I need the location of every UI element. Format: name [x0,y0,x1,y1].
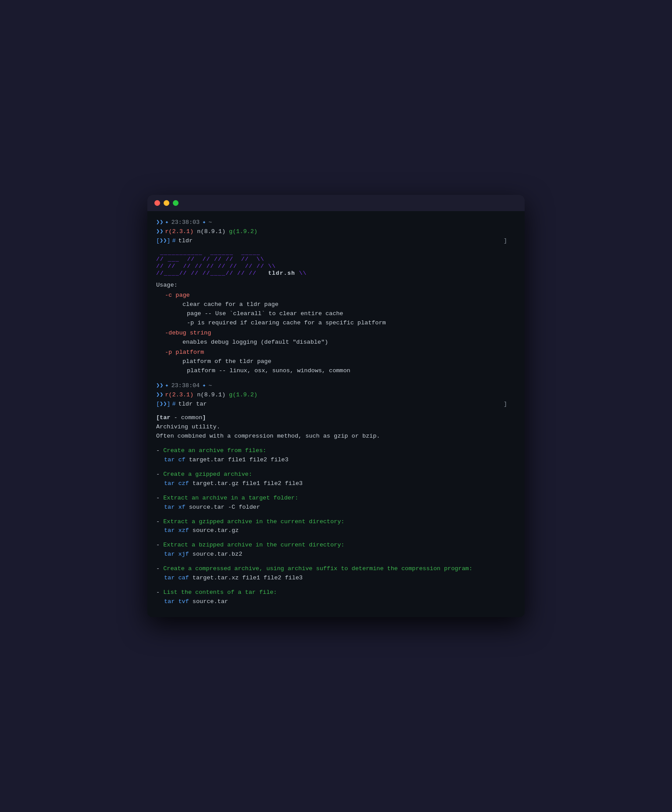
prompt-hash-2: # [172,400,175,409]
tar-item-6-code: tar caf target.tar.xz file1 file2 file3 [164,574,516,583]
tar-output: [tar - common] Archiving utility. Often … [156,413,516,607]
command-line-1: [❯❯] # tldr ] [156,237,516,246]
bullet-3: - [156,495,163,501]
label-1: Create an archive from files: [163,447,266,454]
prompt-line-1: ❯❯ ✦ 23:38:03 ✦ ~ [156,218,516,227]
logo-line-4: //____// // //____// // // tldr.sh \\ [156,270,516,277]
code-keyword-5: tar xjf [164,551,189,557]
bracket-right-2: ] [504,400,507,409]
tar-item-6-label: - Create a compressed archive, using arc… [156,564,516,574]
tar-item-3: - Extract an archive in a target folder:… [156,494,516,512]
tar-header-line: [tar - common] [156,413,516,423]
code-args-6: target.tar.xz file1 file2 file3 [189,575,303,581]
logo-line-3: // // // // // // // // // \\ [156,263,516,270]
tar-desc2: Often combined with a compression method… [156,432,516,441]
flag-c-desc-text: clear cache for a tldr page [182,301,279,308]
flag-c-desc: clear cache for a tldr page [182,300,516,309]
label-4: Extract a gzipped archive in the current… [163,518,344,525]
flag-p-name: -p platform [165,349,204,356]
prompt-block-2: ❯❯ ✦ 23:38:04 ✦ ~ ❯❯ r(2.3.1) n(8.9.1) g… [156,381,516,409]
tar-item-1: - Create an archive from files: tar cf t… [156,446,516,465]
bullet-4: - [156,518,163,525]
g-version-2: g(1.9.2) [229,391,257,400]
flag-p: -p platform [165,348,516,357]
prompt-icon-1b: ✦ [165,218,168,227]
prompt-icon-4: ❯❯ [156,391,163,400]
bullet-5: - [156,542,163,548]
prompt-branch-1: ✦ [202,218,206,227]
tar-item-1-code: tar cf target.tar file1 file2 file3 [164,456,516,465]
flag-debug: -debug string [165,329,516,338]
r-version-1: r(2.3.1) [165,227,193,237]
code-args-3: source.tar -C folder [186,504,260,510]
close-button[interactable] [154,200,160,206]
usage-section: Usage: -c page clear cache for a tldr pa… [156,281,516,375]
titlebar [147,195,525,211]
code-keyword-3: tar xf [164,504,186,510]
tar-bracket-open: [ [156,414,160,421]
cmd-tldr: tldr [179,237,193,246]
flag-p-desc: platform of the tldr page [182,357,516,366]
code-keyword-4: tar xzf [164,527,189,534]
bullet-7: - [156,589,163,596]
prompt-icon-2: ❯❯ [156,227,163,237]
prompt-bracket-2: [❯❯] [156,400,170,409]
flag-c-sub2-text: -p is required if clearing cache for a s… [187,320,386,326]
prompt-icon-3: ❯❯ [156,381,163,391]
g-version-1: g(1.9.2) [229,227,257,237]
prompt-dir-1: ~ [208,218,212,227]
prompt-icon-3b: ✦ [165,381,168,391]
tar-common-text: common [181,414,203,421]
code-args-7: source.tar [189,598,228,605]
minimize-button[interactable] [164,200,169,206]
tar-item-5-label: - Extract a bzipped archive in the curre… [156,541,516,550]
version-line-1: ❯❯ r(2.3.1) n(8.9.1) g(1.9.2) [156,227,516,237]
code-args-2: target.tar.gz file1 file2 file3 [189,480,303,487]
code-keyword-1: tar cf [164,456,186,463]
tar-item-6: - Create a compressed archive, using arc… [156,564,516,583]
prompt-branch-2: ✦ [202,381,206,391]
code-keyword-2: tar czf [164,480,189,487]
prompt-line-2: ❯❯ ✦ 23:38:04 ✦ ~ [156,381,516,391]
tar-item-4-code: tar xzf source.tar.gz [164,526,516,535]
tar-item-5: - Extract a bzipped archive in the curre… [156,541,516,559]
flag-c: -c page [165,291,516,300]
flag-debug-desc-text: enables debug logging (default "disable"… [182,339,328,345]
tldr-logo: ___________ ______ _____ // ___ // // //… [156,249,516,277]
maximize-button[interactable] [173,200,179,206]
terminal-body: ❯❯ ✦ 23:38:03 ✦ ~ ❯❯ r(2.3.1) n(8.9.1) g… [147,211,525,617]
logo-suffix: tldr.sh [268,270,295,277]
flag-p-sub-text: platform -- linux, osx, sunos, windows, … [187,367,350,374]
terminal-window: ❯❯ ✦ 23:38:03 ✦ ~ ❯❯ r(2.3.1) n(8.9.1) g… [147,195,525,617]
tar-dash-text: - [170,414,181,421]
label-2: Create a gzipped archive: [163,471,252,478]
tar-item-5-code: tar xjf source.tar.bz2 [164,550,516,559]
label-7: List the contents of a tar file: [163,589,277,596]
label-3: Extract an archive in a target folder: [163,495,298,501]
prompt-icon-1: ❯❯ [156,218,163,227]
flag-c-sub1-text: page -- Use `clearall` to clear entire c… [187,310,343,317]
code-keyword-6: tar caf [164,575,189,581]
flag-debug-name: -debug string [165,330,211,336]
tar-item-3-code: tar xf source.tar -C folder [164,503,516,512]
code-keyword-7: tar tvf [164,598,189,605]
tar-item-4: - Extract a gzipped archive in the curre… [156,517,516,536]
r-version-2: r(2.3.1) [165,391,193,400]
logo-line-1: ___________ ______ _____ [156,249,516,256]
flag-c-name: -c page [165,292,190,298]
prompt-time-2: 23:38:04 [171,381,200,391]
flag-c-sub2: -p is required if clearing cache for a s… [187,319,516,328]
prompt-bracket-1: [❯❯] [156,237,170,246]
tar-item-2: - Create a gzipped archive: tar czf targ… [156,470,516,489]
label-6: Create a compressed archive, using archi… [163,565,472,572]
tar-item-7: - List the contents of a tar file: tar t… [156,588,516,607]
usage-title: Usage: [156,281,516,290]
flag-debug-desc: enables debug logging (default "disable"… [182,338,516,347]
tar-item-1-label: - Create an archive from files: [156,446,516,456]
prompt-hash-1: # [172,237,175,246]
tar-item-4-label: - Extract a gzipped archive in the curre… [156,517,516,527]
tar-item-3-label: - Extract an archive in a target folder: [156,494,516,503]
code-args-4: source.tar.gz [189,527,239,534]
cmd-tldr-tar: tldr tar [179,400,207,409]
tar-item-7-label: - List the contents of a tar file: [156,588,516,597]
